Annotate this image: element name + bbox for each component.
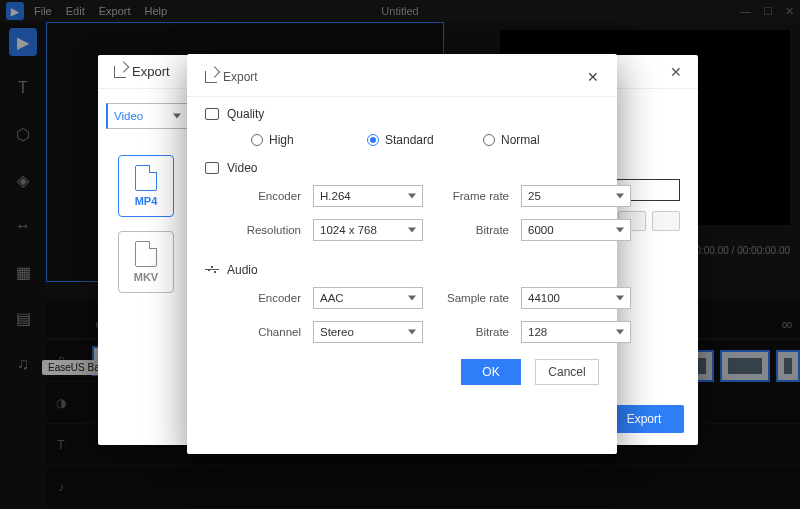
section-quality-label: Quality xyxy=(227,107,264,121)
section-video-label: Video xyxy=(227,161,257,175)
timeline-thumb[interactable] xyxy=(776,350,800,382)
label-video-encoder: Encoder xyxy=(231,190,303,202)
tool-effects[interactable]: ⬡ xyxy=(9,120,37,148)
export-icon xyxy=(114,66,126,78)
timeline-thumb[interactable] xyxy=(720,350,770,382)
quality-standard[interactable]: Standard xyxy=(367,133,483,147)
tool-media[interactable]: ▶ xyxy=(9,28,37,56)
menu-edit[interactable]: Edit xyxy=(66,5,85,17)
titlebar: ▶ File Edit Export Help Untitled — ☐ ✕ xyxy=(0,0,800,22)
tool-transition[interactable]: ↔ xyxy=(9,212,37,240)
main-menu: File Edit Export Help xyxy=(34,5,167,17)
radio-icon xyxy=(483,134,495,146)
quality-options: High Standard Normal xyxy=(205,131,599,153)
section-video: Video xyxy=(205,161,599,175)
tool-filter[interactable]: ▤ xyxy=(9,304,37,332)
radio-icon xyxy=(367,134,379,146)
video-settings-grid: Encoder H.264 Frame rate 25 Resolution 1… xyxy=(205,185,599,241)
dialog-footer: OK Cancel xyxy=(205,359,599,385)
timeline-end-mark: 00 xyxy=(782,320,792,330)
track-icon-overlay: ◑ xyxy=(46,396,76,410)
tool-element[interactable]: ▦ xyxy=(9,258,37,286)
close-icon[interactable]: ✕ xyxy=(587,69,599,85)
cancel-button[interactable]: Cancel xyxy=(535,359,599,385)
close-icon[interactable]: ✕ xyxy=(785,5,794,18)
radio-icon xyxy=(251,134,263,146)
export-icon xyxy=(205,71,217,83)
waveform-icon xyxy=(205,264,219,276)
select-sample-rate[interactable]: 44100 xyxy=(521,287,631,309)
maximize-icon[interactable]: ☐ xyxy=(763,5,773,18)
mini-button[interactable] xyxy=(652,211,680,231)
export-front-title: Export xyxy=(223,70,258,84)
label-resolution: Resolution xyxy=(231,224,303,236)
tab-video[interactable]: Video xyxy=(106,103,188,129)
select-video-encoder[interactable]: H.264 xyxy=(313,185,423,207)
select-audio-bitrate[interactable]: 128 xyxy=(521,321,631,343)
label-sample-rate: Sample rate xyxy=(433,292,511,304)
tool-text[interactable]: T xyxy=(9,74,37,102)
app-logo: ▶ xyxy=(6,2,24,20)
export-dialog-front: Export ✕ Quality High Standard Normal Vi… xyxy=(187,54,617,454)
label-video-bitrate: Bitrate xyxy=(433,224,511,236)
tool-sidebar: ▶ T ⬡ ◈ ↔ ▦ ▤ ♫ xyxy=(0,22,46,509)
section-quality: Quality xyxy=(205,107,599,121)
quality-normal[interactable]: Normal xyxy=(483,133,599,147)
label-audio-bitrate: Bitrate xyxy=(433,326,511,338)
format-mkv[interactable]: MKV xyxy=(118,231,174,293)
file-icon xyxy=(135,241,157,267)
label-frame-rate: Frame rate xyxy=(433,190,511,202)
track-icon-audio: ♪ xyxy=(46,480,76,494)
export-front-header: Export ✕ xyxy=(205,66,599,88)
label-audio-encoder: Encoder xyxy=(231,292,303,304)
track-icon-text: T xyxy=(46,438,76,452)
select-video-bitrate[interactable]: 6000 xyxy=(521,219,631,241)
film-icon xyxy=(205,162,219,174)
select-resolution[interactable]: 1024 x 768 xyxy=(313,219,423,241)
section-audio-label: Audio xyxy=(227,263,258,277)
quality-high[interactable]: High xyxy=(251,133,367,147)
section-audio: Audio xyxy=(205,263,599,277)
menu-export[interactable]: Export xyxy=(99,5,131,17)
tool-overlay[interactable]: ◈ xyxy=(9,166,37,194)
minimize-icon[interactable]: — xyxy=(740,5,751,18)
audio-settings-grid: Encoder AAC Sample rate 44100 Channel St… xyxy=(205,287,599,343)
close-icon[interactable]: ✕ xyxy=(670,64,682,80)
select-audio-encoder[interactable]: AAC xyxy=(313,287,423,309)
file-icon xyxy=(135,165,157,191)
window-controls: — ☐ ✕ xyxy=(740,5,794,18)
audio-track[interactable]: ♪ xyxy=(46,465,800,507)
ok-button[interactable]: OK xyxy=(461,359,521,385)
select-channel[interactable]: Stereo xyxy=(313,321,423,343)
export-back-tabs: Video MP4 MKV xyxy=(98,89,188,445)
menu-help[interactable]: Help xyxy=(145,5,168,17)
export-back-title: Export xyxy=(132,64,170,79)
monitor-icon xyxy=(205,108,219,120)
menu-file[interactable]: File xyxy=(34,5,52,17)
format-mp4[interactable]: MP4 xyxy=(118,155,174,217)
label-channel: Channel xyxy=(231,326,303,338)
tool-music[interactable]: ♫ xyxy=(9,350,37,378)
select-frame-rate[interactable]: 25 xyxy=(521,185,631,207)
